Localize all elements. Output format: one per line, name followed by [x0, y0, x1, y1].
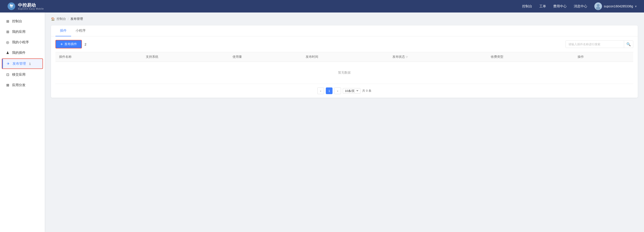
apps-icon: ⊞: [5, 30, 10, 34]
publish-plugin-button[interactable]: ✈ 发布插件: [56, 40, 82, 48]
user-avatar: [594, 2, 602, 10]
logo-en: Supconit Easy Mobile: [18, 7, 44, 10]
miniapp-icon: ◎: [5, 40, 10, 44]
sidebar-label-transfer: 移交应用: [12, 73, 26, 77]
col-status-label: 发布状态: [392, 55, 405, 58]
table-empty-row: 暂无数据: [56, 62, 633, 84]
top-navigation: 中控易动 Supconit Easy Mobile 控制台 工单 费用中心 消息…: [0, 0, 644, 12]
nav-billing[interactable]: 费用中心: [553, 4, 567, 8]
col-system: 支持系统: [142, 52, 229, 62]
logo-cn: 中控易动: [18, 3, 44, 7]
sidebar-label-publish: 发布管理: [12, 62, 26, 66]
main-content: 🏠 控制台 / 发布管理 插件 小程序 ✈ 发布插件 2: [45, 12, 644, 232]
sidebar-publish-number: 1: [29, 62, 31, 66]
console-icon: ⊞: [5, 19, 10, 23]
distribute-icon: ⊠: [5, 83, 10, 87]
app-layout: ⊞ 控制台 ⊞ 我的应用 ◎ 我的小程序 ♟ 我的插件 ✈ 发布管理 1 ⊡ 移…: [0, 12, 644, 232]
tab-miniapp[interactable]: 小程序: [71, 25, 90, 36]
breadcrumb-current: 发布管理: [70, 17, 83, 21]
breadcrumb-separator: /: [68, 17, 69, 21]
sidebar-item-publish[interactable]: ✈ 发布管理 1: [2, 58, 43, 69]
prev-page-button[interactable]: ‹: [317, 88, 324, 94]
search-button[interactable]: 🔍: [624, 40, 633, 48]
sidebar-item-console[interactable]: ⊞ 控制台: [0, 16, 45, 26]
tab-plugin[interactable]: 插件: [56, 25, 71, 36]
col-name: 插件名称: [56, 52, 142, 62]
col-charge: 收费类型: [487, 52, 574, 62]
logo-icon: [7, 2, 16, 10]
pagination: ‹ 1 › 10条/页 20条/页 50条/页 共 0 条: [51, 84, 638, 98]
table-header-row: 插件名称 支持系统 使用量 发布时间 发布状态 ▽ 收费类型 操作: [56, 52, 633, 62]
tab-bar: 插件 小程序: [51, 25, 638, 36]
user-name: supcon1604285336g: [604, 4, 633, 8]
sidebar-label-plugin: 我的插件: [12, 51, 26, 55]
col-usage: 使用量: [229, 52, 302, 62]
filter-icon: ▽: [406, 56, 408, 58]
nav-message[interactable]: 消息中心: [574, 4, 587, 8]
sidebar-label-my-apps: 我的应用: [12, 30, 26, 34]
sidebar-item-distribute[interactable]: ⊠ 应用分发: [0, 80, 45, 90]
svg-point-3: [596, 7, 600, 10]
plugin-icon: ♟: [5, 51, 10, 55]
table-container: 插件名称 支持系统 使用量 发布时间 发布状态 ▽ 收费类型 操作: [51, 52, 638, 84]
page-size-select[interactable]: 10条/页 20条/页 50条/页: [343, 88, 360, 94]
page-1-button[interactable]: 1: [326, 88, 332, 94]
next-page-button[interactable]: ›: [334, 88, 341, 94]
send-icon: ✈: [60, 42, 63, 46]
toolbar: ✈ 发布插件 2 🔍: [51, 36, 638, 52]
breadcrumb-home-label[interactable]: 控制台: [56, 17, 66, 21]
toolbar-left: ✈ 发布插件 2: [56, 40, 86, 48]
sidebar-item-my-apps[interactable]: ⊞ 我的应用: [0, 26, 45, 37]
col-publish-time: 发布时间: [302, 52, 389, 62]
sidebar-item-my-miniapp[interactable]: ◎ 我的小程序: [0, 37, 45, 47]
page-total: 共 0 条: [362, 89, 371, 93]
content-card: 插件 小程序 ✈ 发布插件 2 🔍: [51, 25, 638, 98]
sidebar-label-distribute: 应用分发: [12, 83, 26, 87]
publish-icon: ✈: [6, 62, 10, 66]
search-input[interactable]: [566, 43, 624, 46]
publish-btn-label: 发布插件: [64, 42, 77, 46]
svg-point-2: [597, 4, 600, 7]
data-table: 插件名称 支持系统 使用量 发布时间 发布状态 ▽ 收费类型 操作: [56, 52, 633, 84]
search-box: 🔍: [566, 40, 633, 48]
search-icon: 🔍: [626, 42, 631, 46]
col-status[interactable]: 发布状态 ▽: [389, 52, 488, 62]
breadcrumb: 🏠 控制台 / 发布管理: [51, 17, 638, 21]
sidebar-label-console: 控制台: [12, 19, 22, 23]
chevron-down-icon: ∨: [635, 5, 637, 8]
nav-console[interactable]: 控制台: [522, 4, 532, 8]
empty-text: 暂无数据: [56, 62, 633, 84]
sidebar: ⊞ 控制台 ⊞ 我的应用 ◎ 我的小程序 ♟ 我的插件 ✈ 发布管理 1 ⊡ 移…: [0, 12, 45, 232]
sidebar-item-my-plugin[interactable]: ♟ 我的插件: [0, 47, 45, 58]
col-action: 操作: [574, 52, 633, 62]
nav-right: 控制台 工单 费用中心 消息中心 supcon1604285336g ∨: [522, 2, 637, 10]
sidebar-item-transfer[interactable]: ⊡ 移交应用: [0, 69, 45, 80]
logo: 中控易动 Supconit Easy Mobile: [7, 2, 44, 10]
toolbar-number: 2: [84, 42, 86, 46]
nav-workorder[interactable]: 工单: [539, 4, 546, 8]
sidebar-label-miniapp: 我的小程序: [12, 40, 29, 44]
breadcrumb-home-icon: 🏠: [51, 17, 55, 21]
transfer-icon: ⊡: [5, 73, 10, 77]
user-menu[interactable]: supcon1604285336g ∨: [594, 2, 637, 10]
